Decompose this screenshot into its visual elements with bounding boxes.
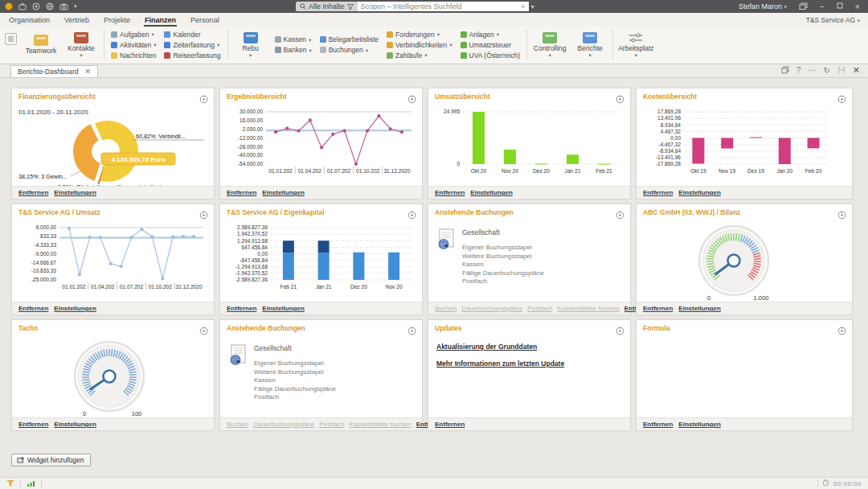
booking-item-eigener-buchungsstapel[interactable]: Eigener Buchungsstapel [462,244,544,253]
close-tab-area-icon[interactable]: ✕ [853,65,860,76]
search-scope-box[interactable]: Alle Inhalte [296,2,358,11]
footer-link-einstellungen[interactable]: Einstellungen [54,421,96,428]
maximize-button[interactable] [837,2,843,10]
menu-item-personal[interactable]: Personal [190,14,220,27]
window-copy-icon[interactable] [781,66,789,76]
footer-link-einstellungen[interactable]: Einstellungen [678,305,720,312]
globe-icon[interactable] [46,2,54,10]
add-widget-button[interactable]: Widget hinzufügen [11,454,91,466]
refresh-icon[interactable]: ↻ [823,66,829,75]
footer-link-buchen[interactable]: Buchen [435,305,457,312]
footer-link-kassenbl-tter-buchen[interactable]: Kassenblätter buchen [349,421,411,428]
auto-refresh-icon[interactable] [199,208,208,223]
ribbon-button-kontakte[interactable]: Kontakte▾ [61,31,101,59]
auto-refresh-icon[interactable] [616,208,624,223]
ribbon-item-zahl-ufe[interactable]: Zahläufe▾ [387,51,452,60]
ribbon-button-arbeitsplatz[interactable]: Arbeitsplatz▾ [616,31,656,59]
more-options-icon[interactable]: ⋯ [808,66,816,75]
auto-refresh-icon[interactable] [199,324,208,339]
footer-link-entfernen[interactable]: Entfernen [643,189,673,196]
footer-link-entfernen[interactable]: Entfernen [18,305,48,312]
menu-item-organisation[interactable]: Organisation [8,14,51,27]
footer-link-entfernen[interactable]: Entfernen [227,305,256,312]
ribbon-menu-icon[interactable] [5,33,17,45]
ribbon-item-aufgaben[interactable]: Aufgaben▾ [111,30,156,39]
ribbon-item-forderungen[interactable]: Forderungen▾ [387,30,452,39]
footer-link-dauerbuchungspl-ne[interactable]: Dauerbuchungspläne [461,305,522,312]
ribbon-item-umsatzsteuer[interactable]: Umsatzsteuer [461,40,521,50]
footer-link-einstellungen[interactable]: Einstellungen [678,189,720,196]
help-icon[interactable]: ? [796,66,801,75]
auto-refresh-icon[interactable] [837,324,846,339]
footer-link-einstellungen[interactable]: Einstellungen [470,189,512,196]
booking-item-kassen[interactable]: Kassen [254,376,336,385]
tab-close-icon[interactable]: ✕ [85,68,92,76]
user-menu[interactable]: Stefan Maron ▾ [739,2,787,10]
menu-item-projekte[interactable]: Projekte [103,14,131,27]
booking-item-f-llige-dauerbuchungspl-ne[interactable]: Fällige Dauerbuchungspläne [462,269,544,278]
booking-item-eigener-buchungsstapel[interactable]: Eigener Buchungsstapel [254,360,336,368]
ribbon-item-verbindlichkeiten[interactable]: Verbindlichkeiten▾ [387,40,452,50]
booking-item-kassen[interactable]: Kassen [462,261,544,269]
ribbon-button-berichte[interactable]: Berichte▾ [570,31,610,59]
footer-link-einstellungen[interactable]: Einstellungen [262,305,304,312]
footer-link-entfernen[interactable]: Entfernen [18,421,48,428]
ribbon-item-reiseerfassung[interactable]: Reiseerfassung [164,51,220,60]
ribbon-button-teamwork[interactable]: Teamwork [21,33,61,56]
search-input[interactable]: Scopen – Intelligentes Suchfeld × [358,2,529,11]
update-link-mehr-informationen-zum-letzten-update[interactable]: Mehr Informationen zum letzten Update [436,360,622,368]
minimize-button[interactable]: – [820,2,825,10]
auto-refresh-icon[interactable] [407,92,416,107]
footer-link-entfernen[interactable]: Entfernen [435,189,465,196]
ribbon-item-belegarbeitsliste[interactable]: Belegarbeitsliste [320,35,379,44]
record-icon[interactable] [32,2,40,10]
status-filter-icon[interactable] [6,479,14,488]
window-switch-icon[interactable] [799,2,808,11]
auto-refresh-icon[interactable] [407,324,416,339]
footer-link-entfernen[interactable]: Entfernen [435,421,465,428]
ribbon-button-rebu[interactable]: Rebu▾ [231,31,271,59]
ribbon-item-zeiterfassung[interactable]: Zeiterfassung▾ [164,40,220,50]
ribbon-item-anlagen[interactable]: Anlagen▾ [461,30,521,39]
ribbon-item-aktivit-ten[interactable]: Aktivitäten▾ [111,40,156,50]
footer-link-einstellungen[interactable]: Einstellungen [678,421,720,428]
auto-refresh-icon[interactable] [837,92,846,107]
ribbon-item-nachrichten[interactable]: Nachrichten [111,51,156,60]
ribbon-item-kassen[interactable]: Kassen▾ [275,35,312,44]
update-link-aktualisierung-der-grunddaten[interactable]: Aktualisierung der Grunddaten [436,343,622,351]
auto-refresh-icon[interactable] [616,92,624,107]
ribbon-button-controlling[interactable]: Controlling▾ [530,31,570,59]
booking-item-postfach[interactable]: Postfach [462,277,544,286]
save-icon[interactable] [837,66,845,76]
connection-signal-icon[interactable] [27,479,35,488]
ribbon-item-banken[interactable]: Banken▾ [275,45,312,55]
booking-item-weitere-buchungsstapel[interactable]: Weitere Buchungsstapel [462,253,544,261]
app-logo-icon[interactable] [5,2,13,10]
filter-funnel-icon[interactable] [347,4,354,10]
auto-refresh-icon[interactable] [407,208,416,223]
search-dropdown-icon[interactable]: ▾ [531,3,534,10]
auto-refresh-icon[interactable] [616,324,624,339]
menu-item-vertrieb[interactable]: Vertrieb [63,14,90,27]
ribbon-item-buchungen[interactable]: Buchungen▾ [320,45,379,55]
footer-link-kassenbl-tter-buchen[interactable]: Kassenblätter buchen [557,305,619,312]
briefcase-icon[interactable] [18,2,27,10]
footer-link-buchen[interactable]: Buchen [227,421,248,428]
footer-link-postfach[interactable]: Postfach [319,421,344,428]
search-clear-icon[interactable]: × [521,2,525,10]
titlebar-menu-chevron-icon[interactable]: ▾ [74,2,77,10]
booking-item-postfach[interactable]: Postfach [254,393,336,402]
booking-item-f-llige-dauerbuchungspl-ne[interactable]: Fällige Dauerbuchungspläne [254,385,336,394]
footer-link-entfernen[interactable]: Entfernen [643,305,673,312]
footer-link-entfernen[interactable]: Entfernen [227,189,256,196]
ribbon-item-kalender[interactable]: Kalender [164,30,220,39]
ribbon-item-uva-sterreich[interactable]: UVA (Österreich) [461,51,521,60]
menu-item-finanzen[interactable]: Finanzen [144,14,177,27]
auto-refresh-icon[interactable] [199,92,208,107]
footer-link-entfernen[interactable]: Entfernen [18,189,48,196]
tab-berichte-dashboard[interactable]: Berichte-Dashboard ✕ [10,65,98,77]
booking-item-weitere-buchungsstapel[interactable]: Weitere Buchungsstapel [254,368,336,377]
camera-icon[interactable] [59,2,68,10]
close-button[interactable]: × [855,2,860,10]
auto-refresh-icon[interactable] [837,208,846,223]
